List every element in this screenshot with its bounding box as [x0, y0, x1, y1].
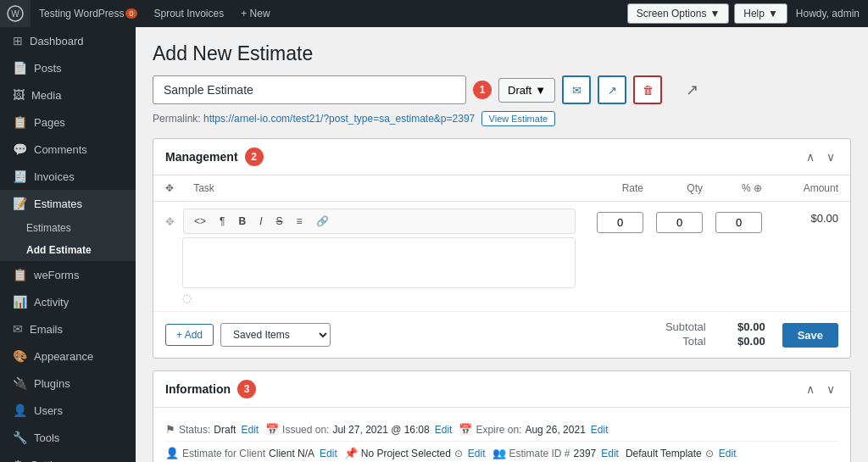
project-icon: 📌	[344, 447, 358, 459]
notification-badge: 0	[125, 8, 136, 19]
trash-icon: 🗑	[643, 84, 654, 97]
management-panel-footer: + Add Saved Items Subtotal $0.00 Total $…	[153, 312, 850, 358]
management-table-header: ✥ Task Rate Qty % ⊕ Amount	[153, 175, 850, 202]
estimate-id-icon: 👥	[492, 447, 506, 459]
forward-action-btn[interactable]: ↗	[598, 75, 626, 104]
admin-bar: W Testing WordPress 0 Sprout Invoices + …	[0, 0, 868, 27]
dashboard-icon: ⊞	[13, 34, 23, 47]
sidebar-item-plugins[interactable]: 🔌 Plugins	[0, 370, 136, 397]
template-edit-link[interactable]: Edit	[719, 448, 737, 459]
qty-input[interactable]	[656, 212, 703, 233]
totals-area: Subtotal $0.00 Total $0.00	[665, 320, 765, 349]
cursor-indicator: ↗	[686, 81, 698, 99]
editor-italic-btn[interactable]: I	[254, 213, 267, 230]
sidebar-submenu-add-estimate[interactable]: Add Estimate	[0, 239, 136, 261]
info-row-1: ⚑ Status: Draft Edit 📅 Issued on: Jul 27…	[165, 418, 838, 442]
screen-options-btn[interactable]: Screen Options ▼	[627, 3, 730, 24]
appearance-icon: 🎨	[13, 349, 27, 363]
management-expand-btn[interactable]: ∨	[823, 148, 838, 165]
sidebar-item-media[interactable]: 🖼 Media	[0, 81, 136, 109]
email-action-btn[interactable]: ✉	[562, 75, 591, 104]
status-icon: ⚑	[165, 423, 175, 436]
info-row-2: 👤 Estimate for Client Client N/A Edit 📌 …	[165, 442, 838, 462]
sidebar-item-invoices[interactable]: 🧾 Invoices	[0, 163, 136, 190]
percent-input[interactable]	[715, 212, 762, 233]
wp-logo-btn[interactable]: W	[0, 0, 31, 27]
permalink-bar: Permalink: https://arnel-io.com/test21/?…	[153, 111, 851, 126]
tools-icon: 🔧	[13, 431, 27, 444]
settings-icon: ⚙	[13, 458, 24, 462]
permalink-url[interactable]: https://arnel-io.com/test21/?post_type=s…	[203, 113, 475, 125]
client-icon: 👤	[165, 447, 179, 459]
estimate-title-input[interactable]	[153, 75, 466, 104]
emails-icon: ✉	[13, 322, 23, 336]
editor-list-btn[interactable]: ≡	[292, 213, 308, 230]
drag-handle[interactable]: ✥	[165, 215, 175, 228]
project-edit-link[interactable]: Edit	[468, 448, 486, 459]
sidebar-item-estimates[interactable]: 📝 Estimates	[0, 190, 136, 217]
management-collapse-btn[interactable]: ∧	[803, 148, 818, 165]
information-badge: 3	[237, 380, 256, 398]
editor-code-btn[interactable]: <>	[189, 213, 211, 230]
information-panel: Information 3 ∧ ∨ ⚑ Status: Draft Edit 📅…	[153, 370, 851, 462]
estimates-icon: 📝	[13, 197, 27, 210]
information-expand-btn[interactable]: ∨	[823, 381, 838, 398]
sidebar: ⊞ Dashboard 📄 Posts 🖼 Media 📋 Pages 💬 Co…	[0, 27, 136, 462]
editor-para-btn[interactable]: ¶	[214, 213, 230, 230]
sidebar-item-posts[interactable]: 📄 Posts	[0, 54, 136, 81]
svg-text:W: W	[11, 9, 19, 19]
weforms-icon: 📋	[13, 268, 27, 281]
sidebar-submenu-estimates[interactable]: Estimates	[0, 217, 136, 239]
table-row: ✥ <> ¶ B I S ≡ 🔗 ◌	[153, 202, 850, 312]
sidebar-item-settings[interactable]: ⚙ Settings	[0, 451, 136, 462]
editor-bold-btn[interactable]: B	[233, 213, 251, 230]
howdy-btn[interactable]: Howdy, admin	[787, 8, 868, 19]
editor-strike-btn[interactable]: S	[270, 213, 287, 230]
activity-icon: 📊	[13, 295, 27, 309]
sidebar-item-activity[interactable]: 📊 Activity	[0, 288, 136, 315]
sprout-invoices-bar-btn[interactable]: Sprout Invoices	[146, 0, 233, 27]
loading-spinner: ◌	[182, 292, 192, 304]
row-amount: $0.00	[762, 209, 838, 225]
estimate-id-edit-link[interactable]: Edit	[601, 448, 619, 459]
sidebar-item-users[interactable]: 👤 Users	[0, 397, 136, 424]
status-edit-link[interactable]: Edit	[241, 424, 259, 436]
expire-icon: 📅	[459, 423, 472, 436]
site-name-btn[interactable]: Testing WordPress 0	[31, 0, 146, 27]
save-btn[interactable]: Save	[782, 323, 838, 348]
main-content: Add New Estimate 1 Draft ▼ ✉ ↗ 🗑 ↗ Perma…	[136, 27, 868, 462]
rate-input[interactable]	[597, 212, 643, 233]
sidebar-item-pages[interactable]: 📋 Pages	[0, 109, 136, 136]
invoices-icon: 🧾	[13, 170, 27, 183]
title-badge: 1	[473, 81, 492, 99]
calendar-icon: 📅	[265, 423, 279, 436]
saved-items-select[interactable]: Saved Items	[220, 323, 331, 347]
sidebar-item-dashboard[interactable]: ⊞ Dashboard	[0, 27, 136, 54]
sidebar-item-emails[interactable]: ✉ Emails	[0, 315, 136, 342]
information-panel-header[interactable]: Information 3 ∧ ∨	[153, 371, 850, 408]
management-panel-header[interactable]: Management 2 ∧ ∨	[153, 139, 850, 175]
sidebar-item-comments[interactable]: 💬 Comments	[0, 136, 136, 163]
draft-button[interactable]: Draft ▼	[498, 78, 555, 103]
pages-icon: 📋	[13, 115, 27, 129]
task-editor-area[interactable]	[182, 237, 576, 288]
issued-on-edit-link[interactable]: Edit	[435, 424, 453, 436]
help-btn[interactable]: Help ▼	[734, 3, 787, 24]
media-icon: 🖼	[13, 88, 25, 102]
view-estimate-btn[interactable]: View Estimate	[481, 111, 556, 126]
rate-col-header: Rate	[576, 182, 643, 194]
sidebar-item-weforms[interactable]: 📋 weForms	[0, 261, 136, 288]
sidebar-item-appearance[interactable]: 🎨 Appearance	[0, 342, 136, 370]
add-item-btn[interactable]: + Add	[165, 324, 214, 346]
management-badge: 2	[245, 148, 264, 166]
editor-link-btn[interactable]: 🔗	[311, 213, 334, 230]
sidebar-item-tools[interactable]: 🔧 Tools	[0, 424, 136, 451]
expire-on-edit-link[interactable]: Edit	[591, 424, 609, 436]
editor-toolbar: <> ¶ B I S ≡ 🔗	[183, 209, 576, 234]
add-new-bar-btn[interactable]: + New	[232, 0, 278, 27]
information-collapse-btn[interactable]: ∧	[803, 381, 818, 398]
client-edit-link[interactable]: Edit	[320, 448, 337, 459]
management-panel: Management 2 ∧ ∨ ✥ Task Rate Qty % ⊕ Amo…	[153, 138, 851, 359]
delete-action-btn[interactable]: 🗑	[633, 75, 662, 104]
posts-icon: 📄	[13, 61, 27, 75]
